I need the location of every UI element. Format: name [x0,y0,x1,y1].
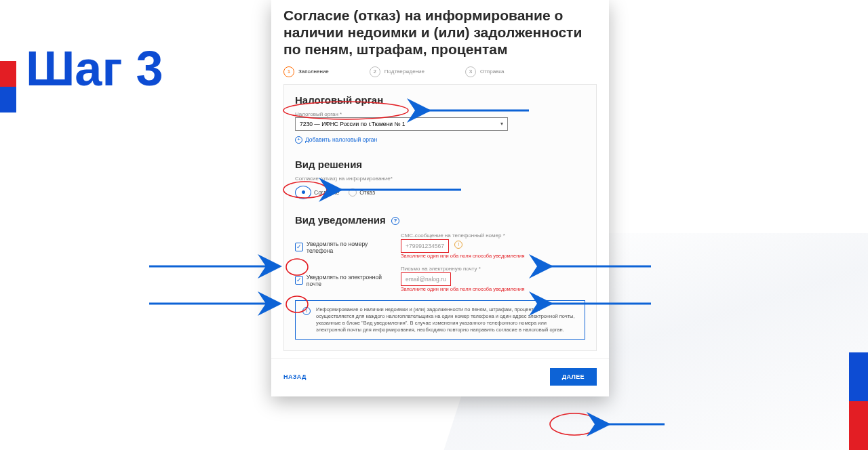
slide-stripe-left [0,87,16,112]
step-confirm: 2 Подтверждение [370,66,425,77]
radio-icon [295,186,311,199]
section-notification-title: Вид уведомления ? [295,214,585,226]
radio-icon [349,188,357,197]
decision-label: Согласие (отказ) на информирование* [295,176,585,182]
step-number: 2 [370,66,380,77]
phone-checkbox-label: Уведомлять по номеру телефона [307,241,389,254]
phone-error: Заполните один или оба поля способа увед… [401,253,585,259]
radio-consent[interactable]: Согласие [295,186,339,199]
decision-radio-group: Согласие Отказ [295,186,585,199]
email-checkbox[interactable]: ✓ Уведомлять по электронной почте [295,266,389,287]
radio-refuse-label: Отказ [359,189,375,196]
form-window: Согласие (отказ) на информирование о нал… [271,0,609,396]
step-send: 3 Отправка [465,66,505,77]
phone-checkbox[interactable]: ✓ Уведомлять по номеру телефона [295,232,389,254]
section-decision-title: Вид решения [295,159,585,170]
back-button[interactable]: НАЗАД [283,373,307,380]
add-tax-authority-link[interactable]: + Добавить налоговый орган [295,136,585,144]
info-text: Информирование о наличии недоимки и (или… [316,306,578,334]
radio-refuse[interactable]: Отказ [349,186,375,199]
checkbox-icon: ✓ [295,276,303,285]
plus-icon: + [295,136,302,144]
slide-stripe-right [849,401,868,450]
info-icon: i [302,307,311,315]
notification-email-row: ✓ Уведомлять по электронной почте Письмо… [295,266,585,292]
form-panel: Налоговый орган Налоговый орган * 7230 —… [283,84,597,352]
step-number: 3 [465,66,476,77]
email-field-label: Письмо на электронную почту * [401,266,585,272]
step-fill: 1 Заполнение [283,66,329,77]
help-icon[interactable]: ? [391,217,399,225]
step-label: Заполнение [298,68,329,75]
step-label: Отправка [480,68,505,75]
phone-field-label: СМС-сообщение на телефонный номер * [401,232,585,239]
next-button[interactable]: ДАЛЕЕ [550,368,597,386]
email-input[interactable]: email@nalog.ru [401,272,451,286]
slide-step-title: Шаг 3 [26,41,163,96]
tax-authority-select[interactable]: 7230 — ИФНС России по г.Тюмени № 1 ▾ [295,117,508,131]
step-number: 1 [283,66,294,77]
chevron-down-icon: ▾ [500,121,503,127]
stepper: 1 Заполнение 2 Подтверждение 3 Отправка [283,65,597,84]
add-link-label: Добавить налоговый орган [305,136,377,143]
checkbox-icon: ✓ [295,243,303,251]
info-box: i Информирование о наличии недоимки и (и… [295,300,585,340]
page-title: Согласие (отказ) на информирование о нал… [283,0,597,65]
section-tax-authority-title: Налоговый орган [295,94,585,106]
footer-bar: НАЗАД ДАЛЕЕ [271,358,609,396]
tax-authority-value: 7230 — ИФНС России по г.Тюмени № 1 [300,121,406,127]
warning-icon: ! [454,241,462,249]
tax-authority-label: Налоговый орган * [295,111,585,117]
phone-input[interactable]: +79991234567 [401,239,449,253]
notification-phone-row: ✓ Уведомлять по номеру телефона СМС-сооб… [295,232,585,259]
email-error: Заполните один или оба поля способа увед… [401,286,585,292]
radio-consent-label: Согласие [314,189,339,196]
step-label: Подтверждение [384,68,425,75]
email-checkbox-label: Уведомлять по электронной почте [307,274,389,287]
